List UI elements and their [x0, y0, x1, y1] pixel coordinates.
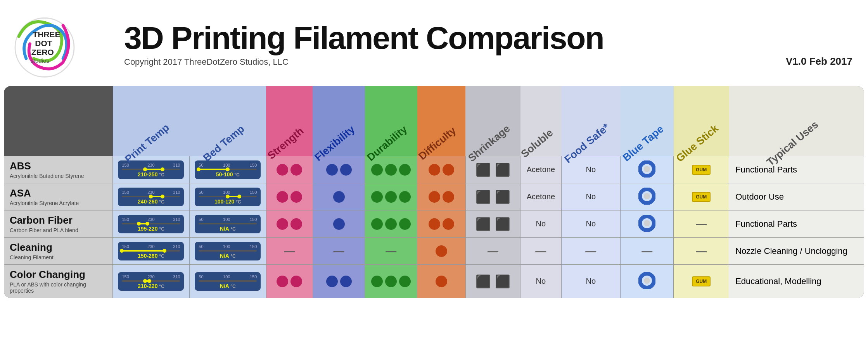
- page-wrapper: THREE DOT ZERO studios 3D Printing Filam…: [0, 0, 868, 338]
- strength-cell: —: [266, 238, 313, 265]
- subtitle-row: Copyright 2017 ThreeDotZero Studios, LLC…: [124, 55, 856, 67]
- table-row: Carbon Fiber Carbon Fiber and PLA blend …: [4, 210, 864, 238]
- table-container: Print Temp Bed Temp Strength: [4, 86, 864, 298]
- svg-text:ZERO: ZERO: [31, 48, 54, 57]
- durability-cell: [365, 210, 417, 238]
- durability-cell: [365, 183, 417, 210]
- glue-stick-cell: GUM: [674, 265, 729, 298]
- soluble-cell: No: [520, 265, 561, 298]
- header-soluble: Soluble: [520, 86, 561, 156]
- material-name-cell: Cleaning Cleaning Filament: [4, 238, 113, 265]
- strength-cell: [266, 265, 313, 298]
- material-name-cell: Carbon Fiber Carbon Fiber and PLA blend: [4, 210, 113, 238]
- print-temp-cell: 150230310 210-220 °C: [113, 265, 190, 298]
- logo-icon: THREE DOT ZERO studios: [8, 7, 81, 81]
- glue-stick-cell: GUM: [674, 183, 729, 210]
- typical-uses-cell: Functional Parts: [729, 156, 864, 183]
- blue-tape-cell: —: [621, 238, 674, 265]
- logo-area: THREE DOT ZERO studios: [8, 7, 116, 82]
- title-area: 3D Printing Filament Comparison Copyrigh…: [116, 22, 856, 67]
- blue-tape-cell: [621, 210, 674, 238]
- bed-temp-cell: 50100150 100-120 °C: [189, 183, 266, 210]
- svg-text:THREE: THREE: [33, 30, 61, 39]
- typical-uses-cell: Educational, Modelling: [729, 265, 864, 298]
- print-temp-cell: 150230310 240-260 °C: [113, 183, 190, 210]
- shrinkage-cell: ⬛⬛: [465, 210, 520, 238]
- soluble-cell: Acetone: [520, 183, 561, 210]
- bed-temp-cell: 50100150 N/A °C: [189, 238, 266, 265]
- blue-tape-cell: [621, 265, 674, 298]
- svg-text:studios: studios: [31, 57, 50, 64]
- svg-point-12: [644, 278, 650, 284]
- svg-text:DOT: DOT: [35, 39, 52, 48]
- difficulty-cell: [417, 238, 466, 265]
- material-name-cell: ABS Acrylonitrile Butadiene Styrene: [4, 156, 113, 183]
- durability-cell: [365, 265, 417, 298]
- food-safe-cell: —: [561, 238, 620, 265]
- strength-cell: [266, 183, 313, 210]
- typical-uses-cell: Outdoor Use: [729, 183, 864, 210]
- shrinkage-cell: ⬛⬛: [465, 183, 520, 210]
- blue-tape-cell: [621, 183, 674, 210]
- table-row: Cleaning Cleaning Filament 150230310 150…: [4, 238, 864, 265]
- header-typical-uses: Typical Uses: [729, 86, 864, 156]
- svg-point-6: [644, 166, 650, 172]
- material-name-cell: ASA Acrylonitrile Styrene Acrylate: [4, 183, 113, 210]
- difficulty-cell: [417, 265, 466, 298]
- flexibility-cell: [313, 183, 365, 210]
- column-header-row: Print Temp Bed Temp Strength: [4, 86, 864, 156]
- durability-cell: —: [365, 238, 417, 265]
- typical-uses-cell: Functional Parts: [729, 210, 864, 238]
- svg-point-8: [644, 193, 650, 199]
- food-safe-cell: No: [561, 210, 620, 238]
- material-name-cell: Color Changing PLA or ABS with color cha…: [4, 265, 113, 298]
- glue-stick-cell: —: [674, 210, 729, 238]
- header-strength: Strength: [266, 86, 313, 156]
- print-temp-cell: 150230310 210-250 °C: [113, 156, 190, 183]
- print-temp-cell: 150230310 150-260 °C: [113, 238, 190, 265]
- food-safe-cell: No: [561, 265, 620, 298]
- food-safe-cell: No: [561, 183, 620, 210]
- version-text: V1.0 Feb 2017: [786, 55, 852, 67]
- print-temp-cell: 150230310 195-220 °C: [113, 210, 190, 238]
- header-shrinkage: Shrinkage: [465, 86, 520, 156]
- soluble-cell: —: [520, 238, 561, 265]
- shrinkage-cell: —: [465, 238, 520, 265]
- soluble-label: Soluble: [519, 127, 555, 160]
- bed-temp-cell: 50100150 N/A °C: [189, 265, 266, 298]
- table-row: ASA Acrylonitrile Styrene Acrylate 15023…: [4, 183, 864, 210]
- shrinkage-cell: ⬛⬛: [465, 265, 520, 298]
- header-food-safe: Food Safe*: [561, 86, 620, 156]
- comparison-table: Print Temp Bed Temp Strength: [4, 86, 864, 298]
- typical-uses-cell: Nozzle Cleaning / Unclogging: [729, 238, 864, 265]
- header-durability: Durability: [365, 86, 417, 156]
- header-glue-stick: Glue Stick: [674, 86, 729, 156]
- header-difficulty: Difficulty: [417, 86, 466, 156]
- header-flexibility: Flexibility: [313, 86, 365, 156]
- soluble-cell: No: [520, 210, 561, 238]
- copyright-text: Copyright 2017 ThreeDotZero Studios, LLC: [124, 57, 289, 67]
- difficulty-cell: [417, 210, 466, 238]
- bed-temp-cell: 50100150 50-100 °C: [189, 156, 266, 183]
- flexibility-cell: [313, 210, 365, 238]
- flexibility-cell: [313, 265, 365, 298]
- svg-point-10: [644, 220, 650, 226]
- difficulty-cell: [417, 183, 466, 210]
- glue-stick-cell: —: [674, 238, 729, 265]
- flexibility-cell: —: [313, 238, 365, 265]
- header: THREE DOT ZERO studios 3D Printing Filam…: [0, 0, 868, 86]
- table-row: Color Changing PLA or ABS with color cha…: [4, 265, 864, 298]
- header-print-temp: Print Temp: [113, 86, 190, 156]
- header-blue-tape: Blue Tape: [621, 86, 674, 156]
- page-title: 3D Printing Filament Comparison: [124, 22, 856, 54]
- strength-cell: [266, 210, 313, 238]
- header-spacer: [4, 86, 113, 156]
- header-bed-temp: Bed Temp: [189, 86, 266, 156]
- bed-temp-cell: 50100150 N/A °C: [189, 210, 266, 238]
